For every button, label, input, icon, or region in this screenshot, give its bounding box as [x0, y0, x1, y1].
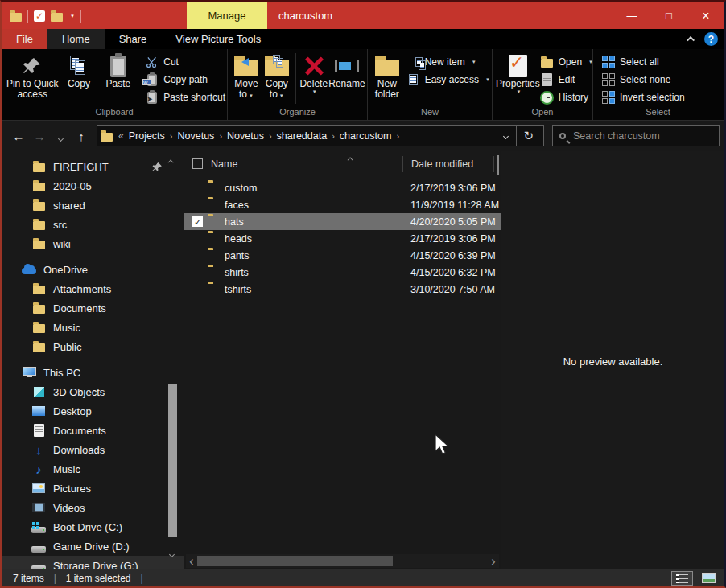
forward-button[interactable]: →: [29, 130, 50, 143]
select-all-button[interactable]: Select all: [601, 53, 685, 71]
refresh-icon[interactable]: ↻: [523, 129, 540, 143]
file-row-pants[interactable]: pants 4/15/2020 6:39 PM: [184, 247, 501, 264]
sidebar-scrollbar[interactable]: [167, 154, 179, 566]
paste-button[interactable]: Paste: [97, 51, 138, 89]
select-all-checkbox[interactable]: [192, 158, 203, 169]
sidebar-item-public[interactable]: Public: [2, 337, 184, 356]
minimize-button[interactable]: —: [613, 2, 650, 29]
help-icon[interactable]: ?: [704, 32, 718, 46]
sidebar-item-game-drive-d[interactable]: Game Drive (D:): [2, 537, 184, 556]
copy-to-button[interactable]: Copy to▼: [262, 51, 292, 101]
column-header-date-modified[interactable]: Date modified: [403, 158, 493, 170]
search-box[interactable]: [552, 125, 720, 146]
row-checkbox-checked[interactable]: ✓: [192, 216, 203, 227]
address-bar[interactable]: « Projects › Novetus › Novetus › sharedd…: [97, 125, 544, 146]
sidebar-item-attachments[interactable]: Attachments: [2, 279, 184, 298]
file-row-tshirts[interactable]: tshirts 3/10/2020 7:50 AM: [184, 281, 501, 298]
move-to-button[interactable]: Move to▼: [231, 51, 262, 101]
file-row-hats[interactable]: ✓ hats 4/20/2020 5:05 PM: [184, 213, 501, 230]
sidebar-item-pictures[interactable]: Pictures: [2, 479, 184, 498]
list-scrollbar-thumb[interactable]: [497, 155, 499, 175]
sidebar-item-onedrive[interactable]: OneDrive: [2, 260, 184, 279]
new-item-button[interactable]: New item ▼: [406, 53, 490, 71]
qat-new-folder-button[interactable]: [51, 13, 63, 22]
select-none-button[interactable]: Select none: [601, 71, 685, 88]
easy-access-button[interactable]: Easy access ▼: [406, 71, 490, 88]
tab-share[interactable]: Share: [105, 29, 162, 49]
history-clock-icon: [540, 91, 554, 105]
open-button[interactable]: Open ▼: [540, 53, 593, 71]
collapse-ribbon-icon[interactable]: [687, 36, 695, 44]
sidebar-item-documents[interactable]: Documents: [2, 421, 184, 440]
tab-home[interactable]: Home: [47, 29, 105, 49]
breadcrumb-segment[interactable]: shareddata: [273, 130, 332, 142]
sidebar-item-music-onedrive[interactable]: Music: [2, 318, 184, 337]
scroll-down-icon[interactable]: [169, 552, 175, 557]
sidebar-item-3d-objects[interactable]: 3D Objects: [2, 382, 184, 401]
scrollbar-thumb[interactable]: [168, 384, 177, 537]
close-button[interactable]: ×: [687, 2, 724, 29]
copy-button[interactable]: Copy: [60, 51, 97, 89]
sidebar-item-desktop[interactable]: Desktop: [2, 401, 184, 421]
sidebar-item-wiki[interactable]: wiki: [2, 234, 184, 253]
cut-button[interactable]: Cut: [145, 53, 225, 71]
details-view-button[interactable]: [671, 571, 693, 586]
scrollbar-thumb[interactable]: [197, 556, 393, 566]
window-title: charcustom: [278, 2, 332, 29]
breadcrumb-overflow-icon[interactable]: «: [113, 130, 125, 142]
up-button[interactable]: ↑: [71, 130, 92, 143]
pin-to-quick-access-button[interactable]: Pin to Quick access: [5, 51, 60, 101]
tab-file[interactable]: File: [2, 29, 47, 49]
thumbnails-view-button[interactable]: [698, 571, 720, 585]
scroll-left-icon[interactable]: ‹: [186, 554, 197, 569]
contextual-tab-manage[interactable]: Manage: [187, 2, 267, 29]
tab-picture-tools[interactable]: Picture Tools: [187, 29, 275, 49]
column-header-name[interactable]: Name: [211, 158, 402, 170]
qat-customize-chevron-icon[interactable]: ▼: [70, 14, 75, 19]
breadcrumb-segment[interactable]: Projects: [125, 130, 169, 142]
properties-button[interactable]: ✓ Properties ▼: [496, 51, 540, 95]
open-small-buttons: Open ▼ Edit History: [540, 51, 593, 106]
breadcrumb-segment[interactable]: charcustom: [336, 130, 396, 142]
file-row-heads[interactable]: heads 2/17/2019 3:06 PM: [184, 230, 501, 247]
scroll-right-icon[interactable]: ›: [488, 554, 499, 569]
history-button[interactable]: History: [540, 88, 593, 106]
sidebar-item-firefight[interactable]: FIREFIGHT: [2, 157, 184, 176]
file-row-faces[interactable]: faces 11/9/2019 11:28 AM: [184, 196, 501, 213]
maximize-button[interactable]: □: [650, 2, 687, 29]
breadcrumb-segment[interactable]: Novetus: [174, 130, 219, 142]
sidebar-item-music[interactable]: ♪Music: [2, 459, 184, 479]
sidebar-item-label: Desktop: [53, 405, 92, 417]
scroll-up-icon[interactable]: [168, 159, 174, 165]
sidebar-item-boot-drive-c[interactable]: Boot Drive (C:): [2, 517, 184, 537]
select-none-label: Select none: [620, 74, 670, 85]
horizontal-scrollbar[interactable]: ‹ ›: [186, 554, 499, 568]
search-input[interactable]: [573, 130, 694, 142]
recent-locations-chevron-icon[interactable]: [50, 130, 71, 143]
sidebar-item-this-pc[interactable]: This PC: [2, 363, 184, 382]
sidebar-item-shared[interactable]: shared: [2, 195, 184, 215]
copy-path-button[interactable]: w... Copy path: [145, 71, 225, 88]
sidebar-item-videos[interactable]: Videos: [2, 498, 184, 517]
new-group-label: New: [368, 107, 492, 120]
breadcrumb-segment[interactable]: Novetus: [223, 130, 268, 142]
file-row-custom[interactable]: custom 2/17/2019 3:06 PM: [184, 179, 501, 196]
sidebar-item-2020-05[interactable]: 2020-05: [2, 176, 184, 195]
sidebar-item-src[interactable]: src: [2, 215, 184, 234]
rename-button[interactable]: Rename: [328, 51, 365, 89]
paste-shortcut-button[interactable]: ➤ Paste shortcut: [145, 88, 225, 106]
file-row-shirts[interactable]: shirts 4/15/2020 6:32 PM: [184, 264, 501, 281]
sidebar-item-documents-onedrive[interactable]: Documents: [2, 298, 184, 318]
file-name: shirts: [225, 267, 249, 278]
qat-properties-button[interactable]: ✓: [34, 10, 45, 22]
column-divider[interactable]: [493, 156, 494, 172]
sidebar-item-downloads[interactable]: ↓Downloads: [2, 440, 184, 459]
edit-button[interactable]: Edit: [540, 71, 593, 88]
delete-button[interactable]: Delete ▼: [299, 51, 328, 95]
invert-selection-button[interactable]: Invert selection: [601, 88, 685, 106]
new-folder-button[interactable]: New folder: [371, 51, 403, 101]
properties-label: Properties: [496, 79, 540, 89]
back-button[interactable]: ←: [8, 130, 29, 143]
address-dropdown-chevron-icon[interactable]: [503, 133, 509, 138]
file-name: hats: [225, 216, 244, 228]
